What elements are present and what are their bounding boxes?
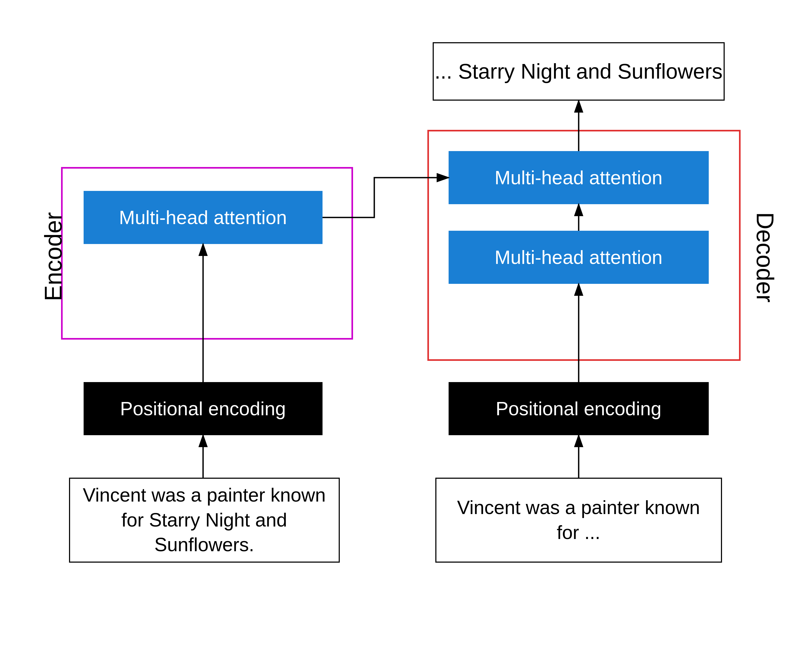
decoder-mha-bot-label: Multi-head attention <box>494 246 662 268</box>
decoder-mha-top-block: Multi-head attention <box>449 151 709 204</box>
encoder-pos-label: Positional encoding <box>120 398 286 419</box>
encoder-input-text: Vincent was a painter known for Starry N… <box>81 483 328 557</box>
encoder-pos-block: Positional encoding <box>84 382 323 435</box>
decoder-label: Decoder <box>751 212 778 302</box>
encoder-label: Encoder <box>40 212 67 301</box>
decoder-mha-top-label: Multi-head attention <box>494 167 662 189</box>
encoder-input-box: Vincent was a painter known for Starry N… <box>69 478 340 563</box>
output-box: ... Starry Night and Sunflowers <box>433 42 725 100</box>
decoder-mha-bot-block: Multi-head attention <box>449 231 709 284</box>
decoder-pos-label: Positional encoding <box>496 398 661 419</box>
encoder-mha-label: Multi-head attention <box>119 207 287 228</box>
decoder-input-box: Vincent was a painter known for ... <box>435 478 722 563</box>
decoder-input-text: Vincent was a painter known for ... <box>447 495 710 545</box>
decoder-pos-block: Positional encoding <box>449 382 709 435</box>
encoder-mha-block: Multi-head attention <box>84 191 323 244</box>
diagram: ... Starry Night and Sunflowers Encoder … <box>34 26 778 637</box>
output-text: ... Starry Night and Sunflowers <box>434 59 723 84</box>
